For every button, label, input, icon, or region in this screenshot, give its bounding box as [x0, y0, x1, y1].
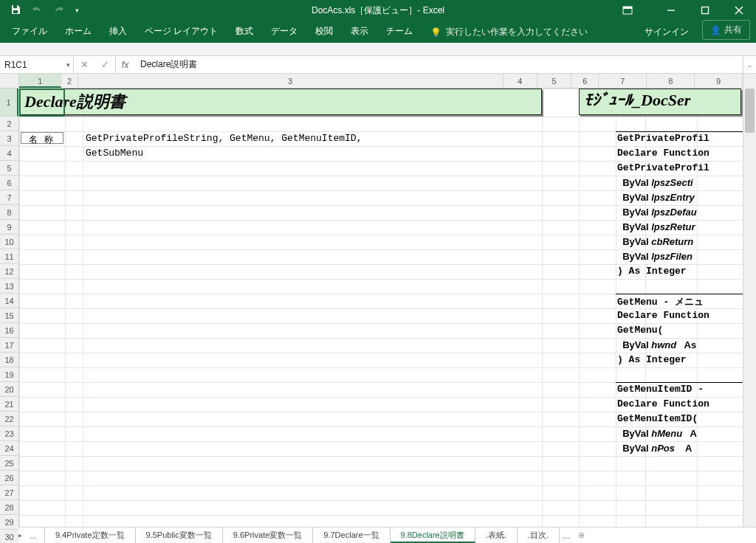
row-header[interactable]: 12 [0, 264, 18, 279]
cell-text: GetSubMenu [86, 148, 143, 159]
row-header[interactable]: 3 [0, 131, 18, 146]
save-icon[interactable] [10, 4, 21, 17]
row-headers[interactable]: 1234567891011121314151617181920212223242… [0, 89, 19, 527]
qat-customize-icon[interactable]: ▾ [75, 7, 79, 14]
row-header[interactable]: 16 [0, 323, 18, 338]
tab-team[interactable]: チーム [377, 21, 422, 43]
share-button[interactable]: 👤 共有 [702, 20, 750, 40]
sheet-body[interactable]: Declare説明書ﾓｼﾞｭｰﾙ_DocSer名 称GetPrivateProf… [19, 89, 743, 527]
tab-home[interactable]: ホーム [56, 21, 100, 43]
tab-formulas[interactable]: 数式 [227, 21, 262, 43]
row-header[interactable]: 8 [0, 205, 18, 220]
row-header[interactable]: 20 [0, 382, 18, 397]
row-header[interactable]: 19 [0, 367, 18, 382]
tab-insert[interactable]: 挿入 [100, 21, 136, 43]
tab-overflow-icon[interactable]: ... [27, 528, 40, 543]
tab-page-layout[interactable]: ページ レイアウト [136, 21, 227, 43]
sheet-tab[interactable]: 9.6Private変数一覧 [223, 528, 314, 543]
row-header[interactable]: 9 [0, 220, 18, 235]
cancel-formula-icon[interactable]: ✕ [74, 59, 94, 70]
row-header[interactable]: 14 [0, 294, 18, 308]
ribbon: ファイル ホーム 挿入 ページ レイアウト 数式 データ 校閲 表示 チーム 💡… [0, 21, 756, 43]
code-line: ByVal lpszSecti [617, 177, 693, 189]
row-header[interactable]: 27 [0, 485, 18, 500]
code-line: GetMenu( [617, 325, 663, 336]
vertical-scrollbar[interactable] [743, 74, 756, 527]
formula-input[interactable]: Declare説明書 [134, 56, 743, 73]
column-headers[interactable]: 123456789 [19, 74, 743, 89]
row-header[interactable]: 21 [0, 397, 18, 412]
code-line: GetPrivateProfil [617, 133, 709, 144]
close-button[interactable] [722, 0, 756, 21]
name-box[interactable]: R1C1 ▾ [0, 56, 74, 73]
row-header[interactable]: 30 [0, 530, 18, 543]
column-header[interactable]: 6 [571, 74, 599, 88]
svg-rect-5 [702, 7, 709, 14]
column-header[interactable]: 3 [78, 74, 504, 88]
minimize-button[interactable] [654, 0, 688, 21]
enter-formula-icon[interactable]: ✓ [94, 59, 115, 70]
tab-review[interactable]: 校閲 [306, 21, 342, 43]
code-line: ByVal hMenu A [617, 428, 697, 440]
svg-rect-0 [13, 5, 17, 8]
sheet-tab[interactable]: .目次. [518, 528, 560, 543]
expand-formula-bar-icon[interactable]: ⌄ [743, 56, 756, 73]
column-header[interactable]: 1 [19, 74, 61, 88]
row-header[interactable]: 1 [0, 89, 18, 117]
share-icon: 👤 [710, 25, 721, 35]
code-line: ByVal lpszRetur [617, 221, 695, 233]
maximize-button[interactable] [688, 0, 722, 21]
sheet-tab[interactable]: 9.5Public変数一覧 [136, 528, 223, 543]
tab-overflow-right-icon[interactable]: ... [560, 528, 573, 543]
row-header[interactable]: 4 [0, 146, 18, 161]
tab-data[interactable]: データ [262, 21, 306, 43]
new-sheet-button[interactable]: ⊕ [573, 528, 591, 543]
row-header[interactable]: 17 [0, 338, 18, 353]
row-header[interactable]: 2 [0, 117, 18, 131]
module-title-block: ﾓｼﾞｭｰﾙ_DocSer [579, 89, 741, 115]
row-header[interactable]: 6 [0, 176, 18, 190]
row-header[interactable]: 18 [0, 353, 18, 367]
row-header[interactable]: 15 [0, 308, 18, 323]
row-header[interactable]: 10 [0, 235, 18, 249]
sign-in-link[interactable]: サインイン [631, 21, 702, 43]
column-header[interactable]: 8 [647, 74, 695, 88]
redo-icon[interactable] [53, 5, 65, 16]
undo-icon[interactable] [31, 5, 43, 16]
column-header[interactable]: 4 [504, 74, 537, 88]
row-header[interactable]: 22 [0, 412, 18, 426]
row-header[interactable]: 24 [0, 441, 18, 456]
row-header[interactable]: 11 [0, 249, 18, 264]
row-header[interactable]: 23 [0, 426, 18, 441]
scrollbar-thumb[interactable] [745, 89, 755, 133]
sheet-tab[interactable]: 9.4Private定数一覧 [44, 528, 136, 543]
row-header[interactable]: 25 [0, 456, 18, 471]
sheet-tab[interactable]: .表紙. [475, 528, 518, 543]
tab-view[interactable]: 表示 [342, 21, 377, 43]
column-header[interactable]: 2 [61, 74, 78, 88]
column-header[interactable]: 7 [599, 74, 647, 88]
row-header[interactable]: 13 [0, 279, 18, 294]
code-line: ByVal lpszFilen [617, 251, 693, 263]
row-header[interactable]: 7 [0, 190, 18, 205]
worksheet-grid[interactable]: 123456789 123456789101112131415161718192… [0, 74, 756, 527]
row-header[interactable]: 26 [0, 471, 18, 485]
sheet-tab[interactable]: 9.8Declare説明書 [391, 528, 475, 543]
code-line: ByVal nPos A [617, 443, 692, 454]
title-block: Declare説明書 [19, 89, 542, 115]
code-line: GetMenuItemID( [617, 413, 698, 424]
row-header[interactable]: 29 [0, 515, 18, 530]
row-header[interactable]: 28 [0, 500, 18, 515]
select-all-corner[interactable] [0, 74, 19, 89]
tab-file[interactable]: ファイル [3, 21, 56, 43]
row-header[interactable]: 5 [0, 161, 18, 176]
column-header[interactable]: 9 [695, 74, 743, 88]
ribbon-display-icon[interactable] [616, 0, 639, 21]
fx-icon[interactable]: fx [115, 56, 134, 73]
quick-access-toolbar: ▾ [0, 4, 79, 17]
name-box-dropdown-icon[interactable]: ▾ [66, 61, 70, 69]
tell-me-search[interactable]: 💡 実行したい作業を入力してください [422, 21, 597, 43]
sheet-tab[interactable]: 9.7Declare一覧 [313, 528, 390, 543]
code-line: Declare Function [617, 310, 709, 321]
column-header[interactable]: 5 [537, 74, 571, 88]
